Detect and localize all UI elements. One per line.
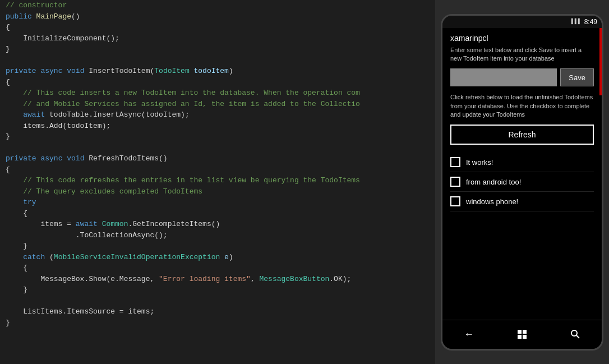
- todo-checkbox-2[interactable]: [450, 177, 460, 187]
- code-editor: // constructor public MainPage() { Initi…: [0, 0, 435, 364]
- phone-panel: ▌▌▌ 8:49 xamarinpcl Enter some text belo…: [435, 0, 609, 364]
- todo-text-input[interactable]: [450, 68, 557, 86]
- todo-checkbox-1[interactable]: [450, 157, 460, 167]
- code-line-25: {: [6, 262, 430, 274]
- code-line-2: public MainPage(): [6, 11, 430, 22]
- code-line-18: // The query excludes completed TodoItem…: [6, 186, 430, 197]
- app-title: xamarinpcl: [450, 34, 594, 43]
- insert-description: Enter some text below and click Save to …: [450, 46, 594, 63]
- windows-logo-icon: [518, 330, 527, 339]
- status-bar: ▌▌▌ 8:49: [442, 16, 602, 28]
- code-line-24: catch (MobileServiceInvalidOperationExce…: [6, 252, 430, 263]
- todo-label-3: windows phone!: [466, 197, 518, 206]
- code-line-19: try: [6, 197, 430, 208]
- refresh-button[interactable]: Refresh: [450, 125, 594, 145]
- code-line-21: items = await Common.GetIncompleteItems(…: [6, 219, 430, 230]
- code-line-12: items.Add(todoItem);: [6, 121, 430, 132]
- code-line-4: InitializeComponent();: [6, 33, 430, 44]
- back-button[interactable]: ←: [458, 324, 480, 344]
- code-line-7: private async void InsertTodoItem(TodoIt…: [6, 66, 430, 77]
- code-line-9: // This code inserts a new TodoItem into…: [6, 87, 430, 99]
- side-accent: [599, 28, 602, 95]
- code-line-11: await todoTable.InsertAsync(todoItem);: [6, 109, 430, 121]
- code-line-13: }: [6, 131, 430, 142]
- home-button[interactable]: [511, 324, 533, 344]
- code-line-20: {: [6, 208, 430, 219]
- code-line-22: .ToCollectionAsync();: [6, 230, 430, 241]
- code-line-5: }: [6, 44, 430, 55]
- todo-item-1: It works!: [450, 153, 594, 172]
- todo-item-2: from android too!: [450, 172, 594, 192]
- input-row: Save: [450, 68, 594, 86]
- code-line-28: [6, 296, 430, 307]
- todo-label-2: from android too!: [466, 178, 521, 186]
- save-button[interactable]: Save: [560, 68, 594, 86]
- todo-item-3: windows phone!: [450, 192, 594, 211]
- code-line-6: [6, 55, 430, 66]
- search-button[interactable]: [564, 324, 587, 344]
- code-line-27: }: [6, 284, 430, 296]
- todo-checkbox-3[interactable]: [450, 196, 460, 206]
- code-line-15: private async void RefreshTodoItems(): [6, 153, 430, 164]
- status-icons: ▌▌▌: [571, 19, 582, 25]
- code-line-30: }: [6, 317, 430, 329]
- code-line-16: {: [6, 164, 430, 176]
- code-line-10: // and Mobile Services has assigned an I…: [6, 99, 430, 110]
- svg-line-1: [576, 335, 579, 338]
- status-time: 8:49: [584, 18, 597, 26]
- app-content: xamarinpcl Enter some text below and cli…: [442, 28, 602, 320]
- code-line-23: }: [6, 241, 430, 252]
- code-line-1: // constructor: [6, 0, 430, 11]
- code-line-29: ListItems.ItemsSource = items;: [6, 306, 430, 317]
- code-line-17: // This code refreshes the entries in th…: [6, 175, 430, 186]
- svg-point-0: [571, 330, 577, 336]
- search-icon: [570, 329, 580, 339]
- code-line-3: {: [6, 22, 430, 33]
- nav-bar: ←: [442, 320, 602, 349]
- signal-icon: ▌▌▌: [571, 19, 582, 25]
- todo-label-1: It works!: [466, 158, 493, 167]
- code-line-14: [6, 142, 430, 154]
- refresh-description: Click refresh below to load the unfinish…: [450, 93, 594, 119]
- code-line-8: {: [6, 77, 430, 88]
- phone-device: ▌▌▌ 8:49 xamarinpcl Enter some text belo…: [441, 14, 603, 351]
- code-line-26: MessageBox.Show(e.Message, "Error loadin…: [6, 274, 430, 285]
